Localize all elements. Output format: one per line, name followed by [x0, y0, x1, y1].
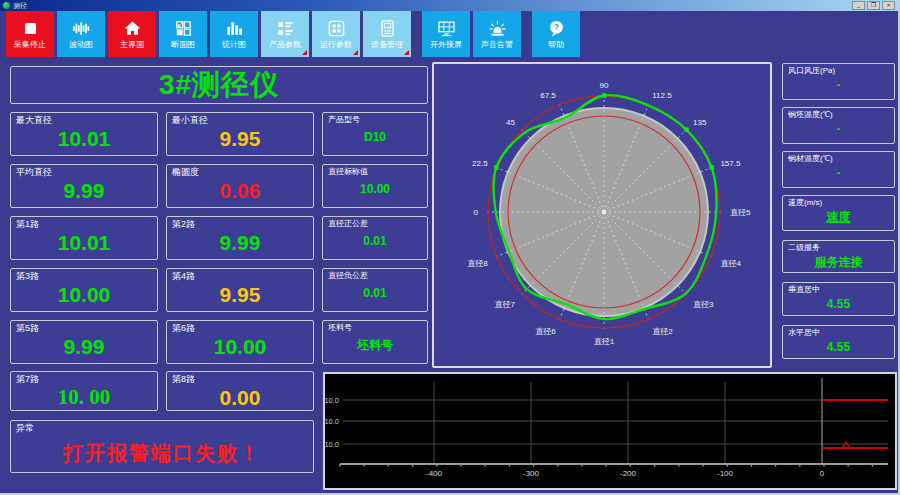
svg-text:直径4: 直径4	[720, 259, 741, 268]
cell-value: -	[785, 167, 892, 179]
stop-icon	[21, 19, 40, 38]
help-icon: ?	[547, 19, 566, 38]
path-4-cell: 第4路9.95	[166, 268, 314, 312]
run-params-button[interactable]: 运行参数	[312, 11, 360, 57]
cell-label: 第1路	[16, 220, 39, 230]
cross-section-chart: 022.54567.590112.5135157.5直径1直径2直径3直径4直径…	[432, 62, 772, 368]
cell-label: 二级服务	[788, 244, 820, 253]
cell-value: 4.55	[785, 341, 892, 353]
svg-text:-400: -400	[426, 469, 443, 478]
cell-value: -	[785, 79, 892, 91]
tolerance-plus-cell: 直径正公差0.01	[322, 216, 428, 260]
product-params-button[interactable]: 产品参数	[261, 11, 309, 57]
sound-alarm-button[interactable]: 声音告警	[473, 11, 521, 57]
ovality-cell: 椭圆度0.06	[166, 164, 314, 208]
l2-service-cell: 二级服务服务连接	[782, 240, 895, 273]
section-icon	[174, 19, 193, 38]
svg-text:直径7: 直径7	[494, 300, 515, 309]
cell-value: 坯料号	[325, 339, 425, 351]
cell-label: 直径正公差	[328, 220, 368, 229]
cell-label: 水平居中	[788, 329, 820, 338]
steel-temp-cell: 钢材温度(℃)-	[782, 151, 895, 188]
svg-text:22.5: 22.5	[472, 159, 488, 168]
minimize-button[interactable]: _	[852, 1, 865, 10]
toolbar-button-label: 产品参数	[269, 41, 301, 49]
speed-cell: 速度(m/s)速度	[782, 195, 895, 231]
trend-chart: 10.010.010.0-400-300-200-1000	[323, 372, 897, 490]
cell-label: 异常	[16, 424, 34, 434]
svg-text:0: 0	[474, 208, 479, 217]
toolbar-button-label: 采集停止	[14, 41, 46, 49]
gauge-title-panel: 3#测径仪	[10, 66, 428, 104]
billet-temp-cell: 钢坯温度(℃)-	[782, 107, 895, 144]
cell-label: 产品型号	[328, 116, 360, 125]
waveform-icon	[72, 19, 91, 38]
cell-value: 10.00	[13, 284, 155, 305]
cell-label: 坯料号	[328, 324, 352, 333]
wave-chart-button[interactable]: 波动图	[57, 11, 105, 57]
bar-chart-icon	[225, 19, 244, 38]
svg-text:直径2: 直径2	[652, 327, 673, 336]
cell-label: 第3路	[16, 272, 39, 282]
min-diameter-cell: 最小直径9.95	[166, 112, 314, 156]
product-model-cell: 产品型号D10	[322, 112, 428, 156]
cell-value: 0.01	[325, 287, 425, 299]
stats-chart-button[interactable]: 统计图	[210, 11, 258, 57]
help-button[interactable]: ?帮助	[532, 11, 580, 57]
cell-value: 10. 00	[13, 387, 155, 408]
nominal-diameter-cell: 直径标称值10.00	[322, 164, 428, 208]
cell-label: 第4路	[172, 272, 195, 282]
cell-value: 9.95	[169, 128, 311, 149]
cell-label: 速度(m/s)	[788, 199, 822, 208]
alarm-icon	[488, 19, 507, 38]
cell-label: 第2路	[172, 220, 195, 230]
close-button[interactable]: ×	[882, 1, 895, 10]
window-controls: _ ❐ ×	[852, 1, 895, 10]
billet-no-cell: 坯料号坯料号	[322, 320, 428, 364]
device-manage-button[interactable]: 设备管理	[363, 11, 411, 57]
svg-text:直径8: 直径8	[467, 259, 488, 268]
cell-label: 风口风压(Pa)	[788, 67, 835, 76]
svg-text:直径3: 直径3	[693, 300, 714, 309]
home-icon	[123, 19, 142, 38]
avg-diameter-cell: 平均直径9.99	[10, 164, 158, 208]
svg-text:0: 0	[820, 469, 825, 478]
cell-value: 9.99	[13, 180, 155, 201]
external-screen-button[interactable]: 开外接屏	[422, 11, 470, 57]
cell-value: -	[785, 123, 892, 135]
cell-value: 9.95	[169, 284, 311, 305]
horizontal-center-cell: 水平居中4.55	[782, 325, 895, 359]
svg-text:10.0: 10.0	[325, 396, 339, 405]
gauge-title: 3#测径仪	[159, 66, 279, 104]
stop-collect-button[interactable]: 采集停止	[6, 11, 54, 57]
svg-text:-100: -100	[717, 469, 734, 478]
maximize-button[interactable]: ❐	[867, 1, 880, 10]
path-5-cell: 第5路9.99	[10, 320, 158, 364]
device-icon	[378, 19, 397, 38]
cell-value: 0.06	[169, 180, 311, 201]
main-screen-button[interactable]: 主界面	[108, 11, 156, 57]
cell-label: 直径负公差	[328, 272, 368, 281]
cell-value: 0.01	[325, 235, 425, 247]
section-chart-button[interactable]: 断面图	[159, 11, 207, 57]
vertical-center-cell: 垂直居中4.55	[782, 282, 895, 316]
path-3-cell: 第3路10.00	[10, 268, 158, 312]
svg-text:10.0: 10.0	[325, 440, 339, 449]
cell-value: 9.99	[169, 232, 311, 253]
monitor-icon	[437, 19, 456, 38]
tolerance-minus-cell: 直径负公差0.01	[322, 268, 428, 312]
svg-text:-300: -300	[523, 469, 540, 478]
svg-text:157.5: 157.5	[720, 159, 741, 168]
toolbar: 采集停止波动图主界面断面图统计图产品参数运行参数设备管理开外接屏声音告警?帮助	[6, 11, 580, 57]
cell-value: 9.99	[13, 336, 155, 357]
cell-label: 钢材温度(℃)	[788, 155, 833, 164]
svg-text:67.5: 67.5	[540, 91, 556, 100]
cell-value: D10	[325, 131, 425, 143]
cell-label: 第7路	[16, 375, 39, 385]
toolbar-button-label: 统计图	[222, 41, 246, 49]
window-titlebar[interactable]: 测径 _ ❐ ×	[0, 0, 898, 11]
svg-text:90: 90	[600, 81, 609, 90]
toolbar-button-label: 主界面	[120, 41, 144, 49]
svg-text:-200: -200	[620, 469, 637, 478]
cell-label: 第8路	[172, 375, 195, 385]
